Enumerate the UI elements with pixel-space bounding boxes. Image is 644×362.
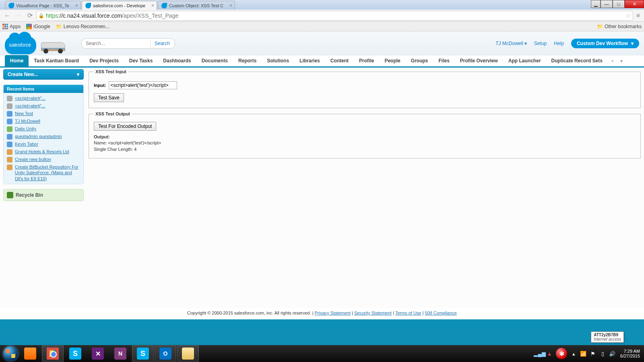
page-body: Create New...▾ Recent Items <script>aler…	[0, 68, 644, 308]
recent-link[interactable]: Create new button	[15, 156, 51, 162]
taskbar-onenote[interactable]: N	[109, 346, 131, 362]
bookmark-igoogle[interactable]: iGoogle	[26, 24, 50, 29]
xss-input-field[interactable]	[109, 81, 177, 89]
minimize-alt-button[interactable]: ▁	[591, 0, 601, 8]
recent-link[interactable]: <script>alert('...	[15, 103, 45, 109]
forward-icon[interactable]: →	[14, 11, 23, 21]
taskbar-skype[interactable]: S	[64, 346, 86, 362]
tooltip-ssid: ATT2y2B7B9	[594, 333, 621, 337]
test-encoded-button[interactable]: Test For Encoded Output	[94, 122, 156, 131]
browser-tab-3[interactable]: Custom Object: XSS Test C×	[158, 1, 235, 10]
taskbar-outlook[interactable]: O	[155, 346, 176, 362]
close-icon[interactable]: ×	[151, 3, 154, 8]
record-icon	[7, 157, 12, 162]
recent-link[interactable]: Datix Unity	[15, 126, 36, 132]
tab-home[interactable]: Home	[5, 55, 29, 66]
browser-tab-2[interactable]: salesforce.com - Develope×	[82, 1, 157, 10]
flag-icon[interactable]: ⚑	[590, 350, 596, 357]
tray-chevron-icon[interactable]: ▴	[570, 350, 577, 357]
tab-profile[interactable]: Profile	[354, 55, 379, 66]
taskbar-explorer[interactable]	[177, 346, 199, 362]
reload-icon[interactable]: ⟳	[25, 11, 35, 21]
tab-dashboards[interactable]: Dashboards	[158, 55, 196, 66]
wifi-icon[interactable]: 📶	[580, 350, 586, 357]
maximize-button[interactable]: □	[613, 0, 625, 8]
search-container: Search	[81, 38, 175, 49]
tray-network-icon[interactable]: ▂▄▆	[537, 350, 543, 357]
tab-people[interactable]: People	[379, 55, 405, 66]
security-link[interactable]: Security Statement	[354, 311, 392, 315]
minimize-button[interactable]: —	[601, 0, 613, 8]
recent-item: New Test	[4, 110, 83, 117]
add-tab-icon[interactable]: +	[608, 56, 617, 66]
taskbar-chrome[interactable]	[42, 346, 64, 362]
tab-reports[interactable]: Reports	[233, 55, 262, 66]
tab-kanban[interactable]: Task Kanban Board	[29, 55, 84, 66]
volume-icon[interactable]: 🔊	[609, 350, 615, 357]
taskbar-wmp[interactable]	[19, 346, 41, 362]
bookmark-lenovo[interactable]: 📁Lenovo Recommen...	[56, 24, 109, 29]
search-input[interactable]	[86, 41, 150, 46]
tab-title: Visualforce Page : XSS_Te	[16, 3, 69, 8]
recycle-bin[interactable]: Recycle Bin	[3, 189, 84, 201]
tab-devtasks[interactable]: Dev Tasks	[124, 55, 158, 66]
help-link[interactable]: Help	[554, 41, 564, 46]
browser-tab-1[interactable]: Visualforce Page : XSS_Te×	[5, 1, 81, 10]
record-icon	[7, 111, 12, 117]
user-menu[interactable]: TJ McDowell▾	[495, 41, 527, 46]
test-save-button[interactable]: Test Save	[94, 93, 124, 102]
close-icon[interactable]: ×	[75, 3, 78, 8]
bm-label: iGoogle	[33, 24, 50, 29]
recent-link[interactable]: New Test	[15, 111, 33, 116]
close-button[interactable]: ✕	[625, 0, 644, 8]
recent-link[interactable]: <script>alert('...	[15, 95, 45, 101]
tab-applauncher[interactable]: App Launcher	[503, 55, 546, 66]
more-tabs-icon[interactable]: ▾	[617, 56, 626, 66]
back-icon[interactable]: ←	[2, 11, 12, 21]
clock[interactable]: 7:29 AM 6/27/2015	[619, 349, 642, 358]
clock-time: 7:29 AM	[620, 349, 640, 354]
create-new-button[interactable]: Create New...▾	[3, 69, 84, 80]
close-icon[interactable]: ×	[229, 3, 232, 8]
folder-icon: 📁	[597, 24, 603, 29]
other-bookmarks[interactable]: 📁Other bookmarks	[597, 24, 642, 29]
recent-link[interactable]: guestadmin guestadmin	[15, 134, 62, 139]
privacy-link[interactable]: Privacy Statement	[315, 311, 351, 315]
tab-libraries[interactable]: Libraries	[294, 55, 325, 66]
tab-title: Custom Object: XSS Test C	[169, 3, 223, 8]
salesforce-logo[interactable]: salesforce	[5, 33, 37, 53]
apps-icon	[2, 24, 8, 29]
tab-profileoverview[interactable]: Profile Overview	[455, 55, 503, 66]
tab-groups[interactable]: Groups	[406, 55, 433, 66]
windows-icon	[3, 346, 18, 361]
tab-content[interactable]: Content	[325, 55, 354, 66]
tab-files[interactable]: Files	[433, 55, 454, 66]
vs-icon: ✕	[92, 348, 104, 360]
compliance-link[interactable]: 508 Compliance	[425, 311, 457, 315]
taskbar-skype2[interactable]: S	[132, 346, 154, 362]
tray-app-icon[interactable]: ✱	[556, 348, 567, 359]
bookmark-star-icon[interactable]: ☆	[625, 12, 631, 19]
setup-link[interactable]: Setup	[534, 41, 547, 46]
start-button[interactable]	[2, 346, 19, 362]
taskbar-vs[interactable]: ✕	[87, 346, 109, 362]
recent-link[interactable]: Grand Hotels & Resorts Ltd	[15, 149, 69, 154]
recent-link[interactable]: TJ McDowell	[15, 118, 40, 124]
chrome-menu-icon[interactable]: ≡	[635, 12, 642, 19]
tab-documents[interactable]: Documents	[196, 55, 233, 66]
apps-shortcut[interactable]: Apps	[2, 24, 21, 29]
terms-link[interactable]: Terms of Use	[395, 311, 421, 315]
battery-icon[interactable]: ▯	[599, 350, 606, 357]
tab-title: salesforce.com - Develope	[93, 3, 145, 8]
tray-av-icon[interactable]: ▲	[546, 350, 553, 357]
address-bar[interactable]: 🔒 https://c.na24.visual.force.com/apex/X…	[36, 11, 633, 21]
tab-solutions[interactable]: Solutions	[262, 55, 294, 66]
recent-link[interactable]: Create BitBucket Repository For Unity Sa…	[15, 164, 80, 181]
search-button[interactable]: Search	[150, 39, 174, 47]
recent-link[interactable]: Kevin Tabor	[15, 141, 38, 147]
url-text: https://c.na24.visual.force.com/apex/XSS…	[46, 12, 178, 19]
tab-duplicates[interactable]: Duplicate Record Sets	[546, 55, 608, 66]
record-icon	[7, 165, 12, 170]
tab-devprojects[interactable]: Dev Projects	[84, 55, 124, 66]
workflow-button[interactable]: Custom Dev Workflow▾	[571, 39, 639, 48]
